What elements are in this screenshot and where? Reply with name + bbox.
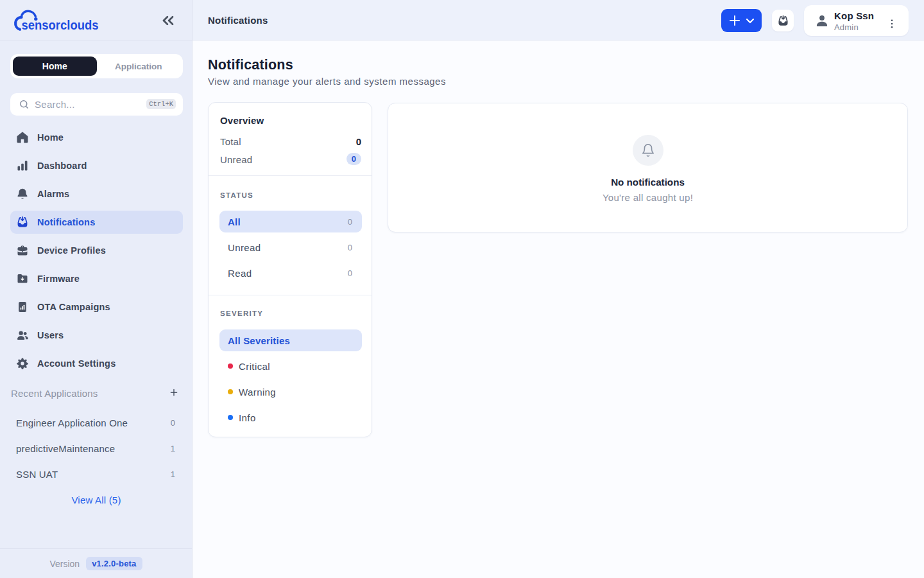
svg-text:sensorclouds: sensorclouds xyxy=(22,17,99,32)
